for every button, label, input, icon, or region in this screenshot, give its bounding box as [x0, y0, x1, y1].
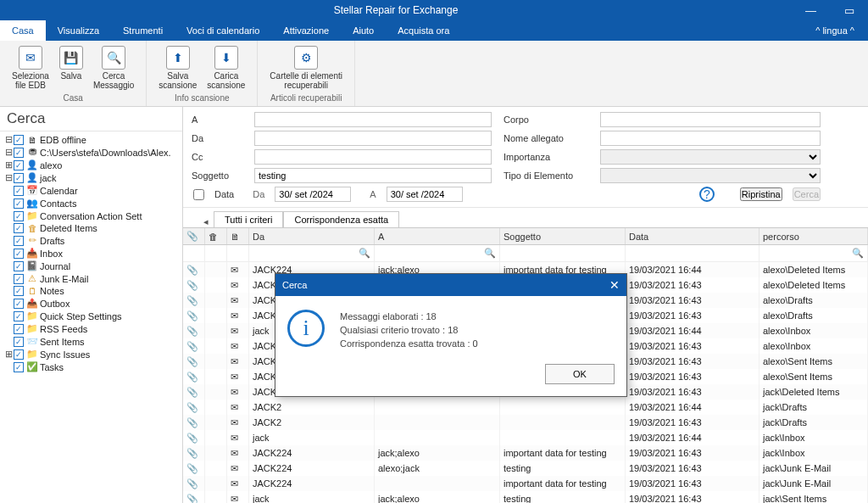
- col-doc-icon[interactable]: 🗎: [227, 228, 249, 244]
- filter-percorso[interactable]: 🔍: [760, 245, 868, 261]
- save-icon: 💾: [59, 46, 83, 70]
- menu-aiuto[interactable]: Aiuto: [341, 20, 386, 41]
- cc-field[interactable]: [254, 149, 492, 165]
- menu-acquista[interactable]: Acquista ora: [386, 20, 461, 41]
- label-da2: Da: [253, 189, 264, 199]
- menu-casa[interactable]: Casa: [0, 20, 46, 41]
- filter-a[interactable]: 🔍: [375, 245, 500, 261]
- menu-strumenti[interactable]: Strumenti: [111, 20, 175, 41]
- envelope-icon: ✉: [227, 384, 249, 400]
- tree-folder[interactable]: ✓📅Calendar: [0, 184, 182, 197]
- tree-folder[interactable]: ✓🗑Deleted Items: [0, 222, 182, 234]
- help-icon[interactable]: ?: [699, 187, 715, 202]
- attach-icon: 📎: [183, 430, 205, 445]
- tree-folder[interactable]: ⊞✓📁Sync Issues: [0, 348, 182, 360]
- envelope-icon: ✉: [227, 323, 249, 338]
- minimize-button[interactable]: —: [792, 4, 830, 17]
- table-row[interactable]: 📎✉JACK224jack;alexoimportant data for te…: [183, 445, 868, 461]
- tree-folder[interactable]: ✓👥Contacts: [0, 197, 182, 210]
- tree-root[interactable]: ⊟✓🗎EDB offline: [0, 133, 182, 146]
- folder-icon: 👥: [26, 198, 38, 209]
- cartelle-recuperabili-button[interactable]: ⚙Cartelle di elementirecuperabili: [264, 44, 348, 92]
- tree-folder[interactable]: ✓🗒Notes: [0, 285, 182, 297]
- table-row[interactable]: 📎✉jackjack;alexotesting19/03/2021 16:43j…: [183, 491, 868, 503]
- envelope-icon: ✉: [227, 338, 249, 354]
- soggetto-field[interactable]: [254, 168, 492, 183]
- table-row[interactable]: 📎✉jack19/03/2021 16:44jack\Inbox: [183, 430, 868, 445]
- tree-mailbox-alexo[interactable]: ⊞✓👤alexo: [0, 159, 182, 171]
- label-data: Data: [214, 189, 234, 199]
- envelope-icon: ✉: [227, 277, 249, 293]
- menu-voci[interactable]: Voci di calendario: [175, 20, 271, 41]
- tree-folder[interactable]: ✓📁Conversation Action Sett: [0, 210, 182, 222]
- folder-icon: ✏: [26, 235, 38, 246]
- date-to-field[interactable]: [387, 187, 463, 202]
- corpo-field[interactable]: [600, 112, 821, 127]
- data-checkbox[interactable]: [193, 189, 204, 200]
- ok-button[interactable]: OK: [545, 364, 615, 384]
- save-scan-icon: ⬆: [166, 46, 190, 70]
- tree-folder[interactable]: ✓⚠Junk E-Mail: [0, 272, 182, 285]
- table-row[interactable]: 📎✉JACK219/03/2021 16:43jack\Drafts: [183, 415, 868, 430]
- label-da: Da: [192, 133, 242, 143]
- envelope-icon: ✉: [227, 430, 249, 445]
- col-da[interactable]: Da: [249, 228, 375, 244]
- tree-folder[interactable]: ✓📁Quick Step Settings: [0, 310, 182, 322]
- allegato-field[interactable]: [600, 131, 821, 146]
- seleziona-file-edb-button[interactable]: ✉Selezionafile EDB: [7, 44, 54, 92]
- tree-db-path[interactable]: ⊟✓⛃C:\Users\stefa\Downloads\Alex.: [0, 146, 182, 159]
- table-row[interactable]: 📎✉JACK224alexo;jacktesting19/03/2021 16:…: [183, 461, 868, 476]
- col-percorso[interactable]: percorso: [760, 228, 868, 244]
- date-from-field[interactable]: [275, 187, 351, 202]
- da-field[interactable]: [254, 131, 492, 146]
- carica-scansione-button[interactable]: ⬇Caricascansione: [202, 44, 250, 92]
- tree-folder[interactable]: ✓📨Sent Items: [0, 335, 182, 348]
- attach-icon: 📎: [183, 277, 205, 293]
- envelope-icon: ✉: [227, 308, 249, 323]
- tree-mailbox-jack[interactable]: ⊟✓👤jack: [0, 171, 182, 184]
- tree-folder[interactable]: ✓📤Outbox: [0, 297, 182, 310]
- importanza-select[interactable]: [600, 149, 821, 165]
- col-soggetto[interactable]: Soggetto: [500, 228, 626, 244]
- envelope-icon: ✉: [227, 415, 249, 430]
- load-scan-icon: ⬇: [214, 46, 238, 70]
- tree: ⊟✓🗎EDB offline ⊟✓⛃C:\Users\stefa\Downloa…: [0, 131, 182, 503]
- col-attach-icon[interactable]: 📎: [183, 228, 205, 244]
- col-a[interactable]: A: [375, 228, 500, 244]
- col-delete-icon[interactable]: 🗑: [205, 228, 227, 244]
- filter-da[interactable]: 🔍: [249, 245, 375, 261]
- menu-attivazione[interactable]: Attivazione: [271, 20, 341, 41]
- menu-visualizza[interactable]: Visualizza: [46, 20, 111, 41]
- tree-folder[interactable]: ✓✏Drafts: [0, 234, 182, 247]
- attach-icon: 📎: [183, 293, 205, 308]
- envelope-icon: ✉: [227, 354, 249, 369]
- table-row[interactable]: 📎✉JACK224important data for testing19/03…: [183, 476, 868, 491]
- tree-folder[interactable]: ✓📓Journal: [0, 260, 182, 272]
- cerca-messaggio-button[interactable]: 🔍CercaMessaggio: [88, 44, 139, 92]
- language-selector[interactable]: ^ lingua ^: [815, 25, 868, 36]
- a-field[interactable]: [254, 112, 492, 127]
- subtab-esatta[interactable]: Corrispondenza esatta: [283, 211, 399, 227]
- tree-folder[interactable]: ✓📥Inbox: [0, 247, 182, 260]
- label-corpo: Corpo: [504, 115, 588, 125]
- tree-folder[interactable]: ✓✅Tasks: [0, 360, 182, 373]
- attach-icon: 📎: [183, 369, 205, 384]
- salva-scansione-button[interactable]: ⬆Salvascansione: [153, 44, 202, 92]
- subtab-tutti[interactable]: Tutti i criteri: [214, 211, 283, 227]
- cerca-button[interactable]: Cerca: [793, 187, 821, 201]
- maximize-button[interactable]: ▭: [830, 4, 868, 17]
- col-data[interactable]: Data: [626, 228, 760, 244]
- folder-icon: 🗒: [26, 286, 38, 296]
- tree-folder[interactable]: ✓📁RSS Feeds: [0, 322, 182, 335]
- folder-gear-icon: ⚙: [294, 46, 318, 70]
- envelope-icon: ✉: [227, 293, 249, 308]
- folder-icon: 📅: [26, 185, 38, 196]
- subtab-scroll-left[interactable]: ◂: [203, 216, 214, 227]
- ripristina-button[interactable]: Ripristina: [740, 187, 782, 201]
- close-icon[interactable]: ✕: [609, 278, 620, 292]
- titlebar: Stellar Repair for Exchange — ▭: [0, 0, 868, 20]
- left-panel: Cerca ⊟✓🗎EDB offline ⊟✓⛃C:\Users\stefa\D…: [0, 107, 183, 503]
- tipo-select[interactable]: [600, 168, 821, 183]
- table-row[interactable]: 📎✉JACK219/03/2021 16:44jack\Drafts: [183, 400, 868, 415]
- salva-button[interactable]: 💾Salva: [54, 44, 88, 92]
